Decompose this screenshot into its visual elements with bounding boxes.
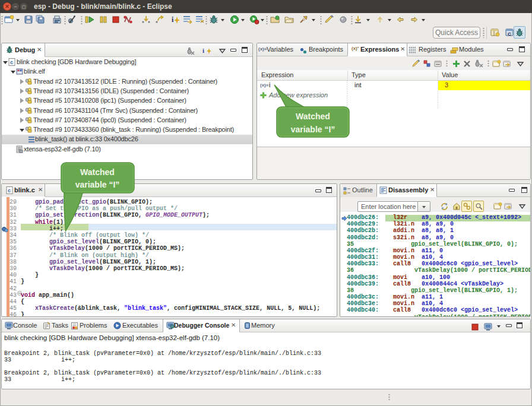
svg-text:variable “I”: variable “I” [75,180,120,189]
svg-text:i: i [172,15,174,24]
svg-text:i: i [202,47,204,54]
svg-text:C: C [508,31,511,37]
svg-text:c: c [10,60,13,66]
svg-text:Watched: Watched [296,112,330,121]
svg-text:Watched: Watched [80,167,115,177]
svg-text:variable “I”: variable “I” [291,125,335,134]
svg-text:c: c [8,188,11,194]
